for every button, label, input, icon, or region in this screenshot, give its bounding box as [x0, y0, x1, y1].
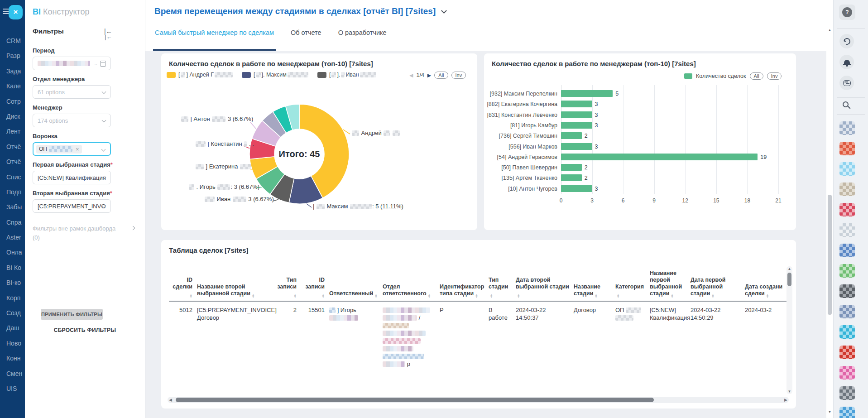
sort-icon[interactable]: ▲▼ [190, 294, 192, 298]
bar[interactable] [561, 185, 592, 192]
app-icon-blurred[interactable] [839, 325, 855, 339]
bar[interactable] [561, 154, 758, 160]
nav-item[interactable]: UIS [6, 381, 25, 396]
sort-icon[interactable]: ▲▼ [617, 294, 619, 298]
table-row[interactable]: 5012 [C5:PREPAYMENT_INVOICE]Договор 2 15… [169, 302, 790, 368]
scroll-right-icon[interactable]: ▶ [784, 398, 787, 402]
app-icon-blurred[interactable] [839, 162, 855, 176]
bar[interactable] [561, 143, 592, 150]
bar[interactable] [561, 132, 582, 139]
nav-item[interactable]: Ново [6, 336, 25, 351]
app-icon-blurred[interactable] [839, 121, 855, 135]
nav-item[interactable]: Отчё [6, 154, 25, 169]
app-icon-blurred[interactable] [839, 264, 855, 278]
nav-item[interactable]: Кале [6, 79, 25, 94]
column-header[interactable]: Дата первой выбранной стадии▲▼ [691, 277, 745, 298]
manager-select[interactable]: 174 options [33, 114, 111, 127]
nav-item[interactable]: CRM [6, 34, 25, 48]
column-header[interactable]: ID записи▲▼ [301, 277, 329, 298]
nav-item[interactable]: Aster [6, 230, 25, 245]
notifications-button[interactable] [839, 55, 854, 69]
tab-about-report[interactable]: Об отчете [291, 29, 321, 51]
app-icon-blurred[interactable] [839, 244, 855, 257]
scrollbar-thumb[interactable] [176, 398, 654, 402]
column-header[interactable]: Название первой выбранной стадии▲▼ [650, 270, 691, 298]
department-select[interactable]: 61 options [33, 85, 111, 99]
column-header[interactable]: Отдел ответственного▲▼ [383, 283, 440, 298]
app-icon-blurred[interactable] [839, 346, 855, 359]
app-icon-blurred[interactable] [839, 223, 855, 237]
chat-button[interactable] [839, 76, 854, 90]
column-header[interactable]: Тип записи▲▼ [275, 277, 301, 298]
first-stage-select[interactable]: [C5:NEW] Квалификация [33, 171, 111, 184]
tab-fastest-manager[interactable]: Самый быстрый менеджер по сделкам [155, 29, 274, 51]
nav-item[interactable]: Подп [6, 185, 25, 200]
table-vertical-scrollbar[interactable]: ▲ ▼ [786, 266, 792, 394]
nav-item[interactable]: Забы [6, 200, 25, 215]
sort-icon[interactable]: ▲▼ [252, 294, 254, 298]
scroll-down-icon[interactable]: ▼ [786, 389, 792, 394]
nav-item[interactable]: Лент [6, 124, 25, 139]
sort-icon[interactable]: ▲▼ [374, 294, 377, 298]
apply-filters-button[interactable]: ПРИМЕНИТЬ ФИЛЬТРЫ [41, 309, 103, 320]
sort-icon[interactable]: ▲▼ [490, 294, 493, 298]
sort-icon[interactable]: ▲▼ [322, 294, 325, 298]
column-header[interactable]: Категория▲▼ [615, 283, 650, 298]
nav-item[interactable]: Диск [6, 109, 25, 124]
nav-item[interactable]: Конн [6, 351, 25, 366]
second-stage-select[interactable]: [C5:PREPAYMENT_INVOIC... [33, 199, 111, 213]
reset-filters-button[interactable]: СБРОСИТЬ ФИЛЬТРЫ [25, 327, 145, 333]
bar-inv-button[interactable]: Inv [767, 72, 782, 80]
nav-item[interactable]: Зада [6, 64, 25, 79]
column-header[interactable]: Дата создани сделки▲▼ [745, 283, 790, 298]
scrollbar-thumb[interactable] [828, 195, 832, 315]
app-icon-blurred[interactable] [839, 203, 855, 216]
sort-icon[interactable]: ▲▼ [711, 294, 714, 298]
column-header[interactable]: Тип стадии▲▼ [489, 277, 516, 298]
nav-item[interactable]: Отчё [6, 139, 25, 154]
bar[interactable] [561, 122, 592, 129]
scroll-down-icon[interactable]: ▼ [826, 410, 833, 414]
sort-icon[interactable]: ▲▼ [428, 294, 431, 298]
app-icon-blurred[interactable] [839, 366, 855, 380]
bar[interactable] [561, 164, 582, 171]
scroll-up-icon[interactable]: ▲ [786, 267, 792, 271]
remove-tag-icon[interactable]: × [76, 146, 79, 153]
nav-item[interactable]: Разр [6, 48, 25, 63]
column-header[interactable]: Дата второй выбранной стадии▲▼ [516, 277, 574, 298]
app-icon-blurred[interactable] [839, 407, 855, 418]
nav-item[interactable]: Созд [6, 306, 25, 321]
page-title[interactable]: Время перемещения между стадиями в сделк… [154, 6, 446, 16]
nav-item[interactable]: BI Ко [6, 260, 25, 275]
close-button[interactable]: × [9, 5, 23, 19]
outer-filters-toggle[interactable]: Фильтры вне рамок дашборда (0) [33, 225, 137, 241]
column-header[interactable]: ID сделки▲▼ [169, 277, 197, 298]
nav-item[interactable]: BI-ко [6, 275, 25, 290]
column-header[interactable]: Ответственный▲▼ [329, 290, 383, 298]
bar[interactable] [561, 90, 613, 97]
sort-icon[interactable]: ▲▼ [517, 294, 520, 298]
app-icon-blurred[interactable] [839, 142, 855, 155]
bar[interactable] [561, 174, 582, 181]
tab-about-developer[interactable]: О разработчике [338, 29, 387, 51]
scroll-up-icon[interactable]: ▲ [826, 28, 833, 32]
column-header[interactable]: Название стадии▲▼ [574, 283, 615, 298]
sync-button[interactable] [839, 34, 854, 48]
app-icon-blurred[interactable] [839, 284, 855, 298]
sort-icon[interactable]: ▲▼ [766, 294, 769, 298]
nav-item[interactable]: Смен [6, 366, 25, 381]
app-icon-blurred[interactable] [839, 183, 855, 196]
help-button[interactable]: ? [839, 5, 855, 20]
app-icon-blurred[interactable] [839, 305, 855, 318]
search-icon[interactable] [843, 101, 849, 107]
app-icon-blurred[interactable] [839, 386, 855, 400]
bar[interactable] [561, 101, 592, 107]
collapse-panel-icon[interactable]: |← [105, 34, 112, 40]
nav-item[interactable]: Даш [6, 321, 25, 336]
funnel-select[interactable]: ОП × [33, 142, 111, 156]
sort-icon[interactable]: ▲▼ [475, 294, 478, 298]
bar[interactable] [561, 111, 592, 118]
nav-item[interactable]: Онла [6, 245, 25, 260]
scrollbar-thumb[interactable] [787, 273, 791, 286]
period-input[interactable]: .. [33, 57, 111, 70]
